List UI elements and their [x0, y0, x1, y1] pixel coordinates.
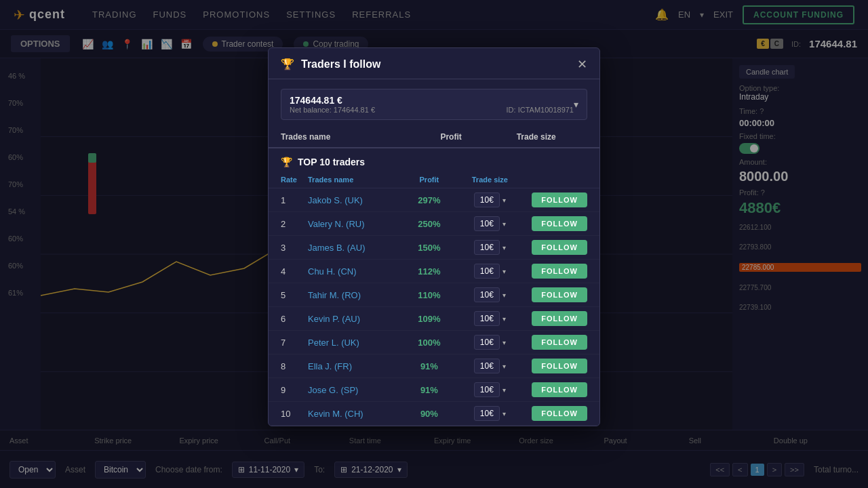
- account-selector[interactable]: 174644.81 € Net balance: 174644.81 € ID:…: [281, 89, 587, 120]
- trader-rate-5: 6: [281, 314, 308, 324]
- col-rate-header: Rate: [281, 176, 308, 184]
- trader-name-4[interactable]: Tahir M. (RO): [308, 290, 405, 300]
- account-selector-text: 174644.81 € Net balance: 174644.81 € ID:…: [290, 95, 574, 114]
- trader-rate-8: 9: [281, 385, 308, 395]
- trader-name-0[interactable]: Jakob S. (UK): [308, 195, 405, 205]
- trader-rate-9: 10: [281, 409, 308, 419]
- trader-action-3: FOLLOW: [526, 264, 587, 279]
- modal-overlay: 🏆 Traders I follow ✕ 174644.81 € Net bal…: [0, 0, 868, 488]
- trade-size-dropdown-1[interactable]: ▾: [502, 220, 506, 228]
- trader-tradesize-6: 10€ ▾: [454, 335, 526, 350]
- follow-button-9[interactable]: FOLLOW: [532, 406, 587, 421]
- trader-tradesize-8: 10€ ▾: [454, 382, 526, 397]
- trader-profit-8: 91%: [405, 385, 454, 395]
- trader-action-4: FOLLOW: [526, 287, 587, 302]
- trader-name-1[interactable]: Valery N. (RU): [308, 219, 405, 229]
- trader-tradesize-4: 10€ ▾: [454, 287, 526, 302]
- trader-row: 4 Chu H. (CN) 112% 10€ ▾ FOLLOW: [269, 260, 599, 283]
- trader-row: 3 James B. (AU) 150% 10€ ▾ FOLLOW: [269, 236, 599, 260]
- col-tradesize-header: Trade size: [454, 176, 526, 184]
- trader-name-2[interactable]: James B. (AU): [308, 243, 405, 253]
- trade-size-value-6: 10€: [474, 335, 500, 350]
- trader-profit-5: 109%: [405, 314, 454, 324]
- trader-action-2: FOLLOW: [526, 240, 587, 255]
- trades-name-col: Trades name: [281, 132, 417, 142]
- col-action-header: [526, 176, 587, 184]
- modal-header: 🏆 Traders I follow ✕: [269, 48, 599, 79]
- top10-col-headers: Rate Trades name Profit Trade size: [269, 171, 599, 188]
- trade-size-dropdown-5[interactable]: ▾: [502, 315, 506, 323]
- col-profit-header: Profit: [405, 176, 454, 184]
- top10-title: TOP 10 traders: [298, 157, 365, 167]
- follow-button-1[interactable]: FOLLOW: [532, 216, 587, 231]
- follow-button-6[interactable]: FOLLOW: [532, 335, 587, 350]
- col-trades-header: Trades name: [308, 176, 405, 184]
- trader-tradesize-0: 10€ ▾: [454, 192, 526, 207]
- follow-button-0[interactable]: FOLLOW: [532, 192, 587, 207]
- modal-close-button[interactable]: ✕: [577, 58, 587, 70]
- trader-name-9[interactable]: Kevin M. (CH): [308, 409, 405, 419]
- trade-size-dropdown-4[interactable]: ▾: [502, 291, 506, 299]
- trade-size-value-3: 10€: [474, 264, 500, 279]
- trader-profit-9: 90%: [405, 409, 454, 419]
- trader-name-8[interactable]: Jose G. (SP): [308, 385, 405, 395]
- follow-button-3[interactable]: FOLLOW: [532, 264, 587, 279]
- trader-tradesize-1: 10€ ▾: [454, 216, 526, 231]
- trader-rate-7: 8: [281, 361, 308, 371]
- trade-size-value-0: 10€: [474, 192, 500, 207]
- trader-action-9: FOLLOW: [526, 406, 587, 421]
- trader-rate-4: 5: [281, 290, 308, 300]
- account-id: ID: ICTAM10018971: [507, 106, 574, 114]
- trader-profit-2: 150%: [405, 243, 454, 253]
- trade-size-col: Trade size: [485, 132, 587, 142]
- trader-rate-1: 2: [281, 219, 308, 229]
- trader-profit-6: 100%: [405, 338, 454, 348]
- trade-size-value-5: 10€: [474, 311, 500, 326]
- trader-action-5: FOLLOW: [526, 311, 587, 326]
- follow-button-4[interactable]: FOLLOW: [532, 287, 587, 302]
- trade-size-dropdown-9[interactable]: ▾: [502, 410, 506, 418]
- follow-button-7[interactable]: FOLLOW: [532, 359, 587, 373]
- trader-name-7[interactable]: Ella J. (FR): [308, 361, 405, 371]
- trader-action-1: FOLLOW: [526, 216, 587, 231]
- trade-size-dropdown-7[interactable]: ▾: [502, 363, 506, 370]
- trader-action-0: FOLLOW: [526, 192, 587, 207]
- trader-tradesize-5: 10€ ▾: [454, 311, 526, 326]
- trader-action-8: FOLLOW: [526, 382, 587, 397]
- trader-name-6[interactable]: Peter L. (UK): [308, 338, 405, 348]
- trader-profit-7: 91%: [405, 361, 454, 371]
- follow-button-8[interactable]: FOLLOW: [532, 382, 587, 397]
- trade-size-dropdown-3[interactable]: ▾: [502, 268, 506, 275]
- trader-row: 1 Jakob S. (UK) 297% 10€ ▾ FOLLOW: [269, 188, 599, 212]
- trader-row: 8 Ella J. (FR) 91% 10€ ▾ FOLLOW: [269, 354, 599, 378]
- trader-name-5[interactable]: Kevin P. (AU): [308, 314, 405, 324]
- trader-tradesize-2: 10€ ▾: [454, 240, 526, 255]
- trade-size-dropdown-8[interactable]: ▾: [502, 386, 506, 394]
- trade-size-dropdown-0[interactable]: ▾: [502, 197, 506, 204]
- follow-button-2[interactable]: FOLLOW: [532, 240, 587, 255]
- modal-icon: 🏆: [281, 58, 294, 70]
- trade-size-value-4: 10€: [474, 287, 500, 302]
- trader-profit-1: 250%: [405, 219, 454, 229]
- top10-header: 🏆 TOP 10 traders: [269, 148, 599, 171]
- account-selector-arrow: ▾: [574, 99, 578, 110]
- trader-tradesize-7: 10€ ▾: [454, 359, 526, 373]
- trader-row: 6 Kevin P. (AU) 109% 10€ ▾ FOLLOW: [269, 307, 599, 331]
- trade-size-value-2: 10€: [474, 240, 500, 255]
- trader-profit-4: 110%: [405, 290, 454, 300]
- trade-size-dropdown-6[interactable]: ▾: [502, 339, 506, 346]
- trader-tradesize-9: 10€ ▾: [454, 406, 526, 421]
- top10-icon: 🏆: [281, 157, 292, 167]
- trader-rate-0: 1: [281, 195, 308, 205]
- trader-action-6: FOLLOW: [526, 335, 587, 350]
- trade-size-value-7: 10€: [474, 359, 500, 373]
- trade-size-dropdown-2[interactable]: ▾: [502, 244, 506, 251]
- trader-row: 5 Tahir M. (RO) 110% 10€ ▾ FOLLOW: [269, 283, 599, 307]
- trade-size-value-8: 10€: [474, 382, 500, 397]
- trader-name-3[interactable]: Chu H. (CN): [308, 266, 405, 277]
- trader-action-7: FOLLOW: [526, 359, 587, 373]
- trader-row: 10 Kevin M. (CH) 90% 10€ ▾ FOLLOW: [269, 402, 599, 426]
- follow-button-5[interactable]: FOLLOW: [532, 311, 587, 326]
- trader-row: 7 Peter L. (UK) 100% 10€ ▾ FOLLOW: [269, 331, 599, 354]
- trader-rate-2: 3: [281, 243, 308, 253]
